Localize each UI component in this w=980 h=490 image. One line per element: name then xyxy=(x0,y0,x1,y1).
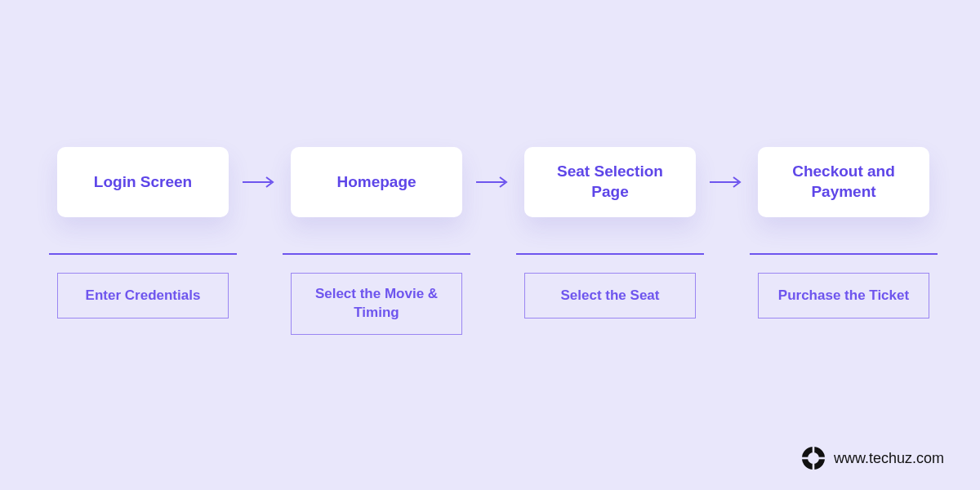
svg-rect-4 xyxy=(801,457,826,460)
card-label: Seat Selection Page xyxy=(537,162,683,202)
arrow-icon xyxy=(237,147,283,217)
action-label: Select the Movie & Timing xyxy=(306,285,447,323)
action-label: Purchase the Ticket xyxy=(778,287,909,305)
logo-icon xyxy=(801,446,826,470)
action-purchase-ticket: Purchase the Ticket xyxy=(758,273,929,318)
attribution: www.techuz.com xyxy=(801,446,944,470)
card-label: Homepage xyxy=(336,172,416,193)
step-checkout-payment: Checkout and Payment Purchase the Ticket xyxy=(750,147,938,318)
flow-diagram: Login Screen Enter Credentials Homepage … xyxy=(49,147,931,335)
action-select-movie-timing: Select the Movie & Timing xyxy=(291,273,462,335)
divider xyxy=(750,253,938,255)
card-login-screen: Login Screen xyxy=(57,147,229,217)
step-homepage: Homepage Select the Movie & Timing xyxy=(283,147,470,335)
action-enter-credentials: Enter Credentials xyxy=(57,273,229,318)
action-label: Enter Credentials xyxy=(86,287,201,305)
card-seat-selection: Seat Selection Page xyxy=(524,147,696,217)
arrow-icon xyxy=(470,147,516,217)
step-seat-selection: Seat Selection Page Select the Seat xyxy=(516,147,704,318)
card-homepage: Homepage xyxy=(291,147,462,217)
attribution-text: www.techuz.com xyxy=(834,450,944,467)
card-label: Checkout and Payment xyxy=(771,162,916,202)
arrow-icon xyxy=(704,147,750,217)
card-label: Login Screen xyxy=(94,172,192,193)
divider xyxy=(516,253,704,255)
card-checkout-payment: Checkout and Payment xyxy=(758,147,929,217)
action-select-seat: Select the Seat xyxy=(524,273,696,318)
step-login: Login Screen Enter Credentials xyxy=(49,147,237,318)
action-label: Select the Seat xyxy=(561,287,660,305)
divider xyxy=(283,253,470,255)
divider xyxy=(49,253,237,255)
